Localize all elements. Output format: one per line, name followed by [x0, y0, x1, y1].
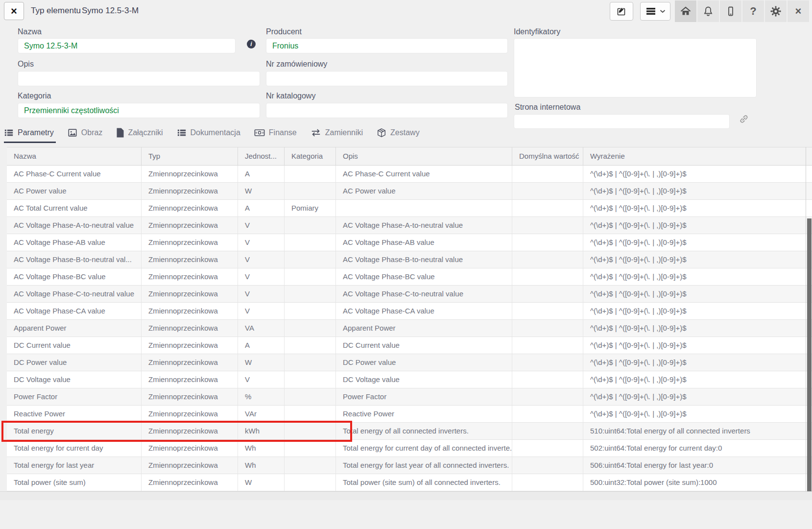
settings-button[interactable] [765, 0, 787, 22]
table-row[interactable]: Total power (site sum)Zmiennoprzecinkowa… [7, 474, 812, 491]
table-row-highlighted[interactable]: Total energyZmiennoprzecinkowakWhTotal e… [7, 423, 812, 440]
cell-default [512, 303, 583, 319]
list-icon [177, 128, 187, 138]
cell-type: Zmiennoprzecinkowa [142, 474, 238, 491]
tab-zamienniki[interactable]: Zamienniki [310, 123, 365, 143]
cell-desc: Reactive Power [336, 406, 512, 422]
table-row[interactable]: Power FactorZmiennoprzecinkowa%Power Fac… [7, 388, 812, 406]
cell-unit: kWh [238, 423, 285, 439]
identyfikatory-textarea[interactable] [514, 38, 757, 97]
cell-name: DC Voltage value [7, 371, 142, 388]
table-row[interactable]: AC Power valueZmiennoprzecinkowaWAC Powe… [7, 183, 812, 200]
cell-default [512, 200, 583, 216]
swap-icon [310, 128, 321, 137]
column-header-opis[interactable]: Opis [336, 147, 512, 165]
column-header-wyrazenie[interactable]: Wyrażenie [583, 147, 805, 165]
tab-zestawy[interactable]: Zestawy [377, 123, 422, 143]
cell-name: Reactive Power [7, 406, 142, 422]
cell-default [512, 337, 583, 354]
cell-expression: ^(\d+)$ | ^([0-9]+(\. | ,)[0-9]+)$ [583, 251, 805, 268]
tab-obraz[interactable]: Obraz [68, 123, 105, 143]
tab-finanse[interactable]: Finanse [254, 123, 299, 143]
cell-expression: ^(\d+)$ | ^([0-9]+(\. | ,)[0-9]+)$ [583, 200, 805, 216]
table-row[interactable]: AC Total Current valueZmiennoprzecinkowa… [7, 200, 812, 217]
question-icon: ? [750, 5, 756, 18]
cell-expression: ^(\d+)$ | ^([0-9]+(\. | ,)[0-9]+)$ [583, 406, 805, 422]
cell-category [285, 286, 336, 302]
table-row[interactable]: AC Voltage Phase-B-to-neutral val...Zmie… [7, 251, 812, 268]
table-row[interactable]: AC Voltage Phase-CA valueZmiennoprzecink… [7, 303, 812, 320]
table-row[interactable]: Apparent PowerZmiennoprzecinkowaVAAppare… [7, 320, 812, 337]
table-row[interactable]: DC Current valueZmiennoprzecinkowaADC Cu… [7, 337, 812, 354]
table-row[interactable]: Reactive PowerZmiennoprzecinkowaVArReact… [7, 406, 812, 423]
notifications-button[interactable] [697, 0, 719, 22]
cell-type: Zmiennoprzecinkowa [142, 217, 238, 234]
cell-category [285, 388, 336, 405]
nr-zamowieniowy-input[interactable] [266, 71, 508, 86]
cell-desc: DC Power value [336, 354, 512, 371]
edit-button[interactable] [610, 2, 633, 21]
tab-label: Parametry [18, 128, 54, 137]
field-label-nr-katalogowy: Nr katalogowy [266, 92, 315, 100]
mobile-button[interactable] [720, 0, 741, 22]
cell-desc: AC Voltage Phase-C-to-neutral value [336, 286, 512, 302]
cell-unit: V [238, 371, 285, 388]
column-header-domyslna[interactable]: Domyślna wartość [512, 147, 583, 165]
cell-unit: VAr [238, 406, 285, 422]
link-icon[interactable] [739, 114, 749, 124]
cell-expression: ^(\d+)$ | ^([0-9]+(\. | ,)[0-9]+)$ [583, 320, 805, 337]
table-row[interactable]: Total energy for current dayZmiennoprzec… [7, 440, 812, 457]
column-header-kategoria[interactable]: Kategoria [285, 147, 336, 165]
table-row[interactable]: AC Voltage Phase-A-to-neutral valueZmien… [7, 217, 812, 234]
close-window-button[interactable]: × [4, 2, 24, 20]
cell-name: AC Phase-C Current value [7, 166, 142, 182]
cell-desc: Total energy for current day of all conn… [336, 440, 512, 457]
column-header-typ[interactable]: Typ [142, 147, 238, 165]
table-row[interactable]: AC Voltage Phase-BC valueZmiennoprzecink… [7, 268, 812, 286]
cell-default [512, 320, 583, 337]
nazwa-input[interactable] [18, 38, 236, 53]
cell-category [285, 474, 336, 491]
menu-button[interactable] [640, 2, 670, 21]
gear-icon [770, 5, 782, 17]
column-header-nazwa[interactable]: Nazwa [7, 147, 142, 165]
table-row[interactable]: Total energy for last yearZmiennoprzecin… [7, 457, 812, 474]
cell-default [512, 268, 583, 285]
strona-internetowa-input[interactable] [514, 114, 730, 129]
cell-unit: V [238, 217, 285, 234]
tab-dokumentacja[interactable]: Dokumentacja [177, 123, 242, 143]
cell-unit: % [238, 388, 285, 405]
cell-default [512, 457, 583, 474]
opis-input[interactable] [18, 71, 260, 86]
cell-type: Zmiennoprzecinkowa [142, 354, 238, 371]
column-header-jednostka[interactable]: Jednost... [238, 147, 285, 165]
help-button[interactable]: ? [742, 0, 764, 22]
kategoria-input[interactable] [18, 103, 260, 118]
home-button[interactable] [675, 0, 696, 22]
cell-type: Zmiennoprzecinkowa [142, 457, 238, 474]
cell-type: Zmiennoprzecinkowa [142, 251, 238, 268]
cell-name: Total energy [7, 423, 142, 439]
producent-input[interactable] [266, 38, 508, 53]
cell-expression: 502:uint64:Total energy for current day:… [583, 440, 805, 457]
table-row[interactable]: DC Voltage valueZmiennoprzecinkowaVDC Vo… [7, 371, 812, 388]
cell-default [512, 440, 583, 457]
table-row[interactable]: AC Voltage Phase-AB valueZmiennoprzecink… [7, 234, 812, 251]
tab-parametry[interactable]: Parametry [4, 123, 56, 143]
cell-name: AC Total Current value [7, 200, 142, 216]
table-row[interactable]: DC Power valueZmiennoprzecinkowaWDC Powe… [7, 354, 812, 371]
info-icon[interactable]: i [247, 40, 256, 48]
cell-category [285, 371, 336, 388]
tab-załączniki[interactable]: Załączniki [116, 123, 165, 143]
vertical-scrollbar-thumb[interactable] [807, 218, 812, 491]
cell-default [512, 354, 583, 371]
cell-desc: AC Phase-C Current value [336, 166, 512, 182]
table-row[interactable]: AC Voltage Phase-C-to-neutral valueZmien… [7, 286, 812, 303]
cell-expression: ^(\d+)$ | ^([0-9]+(\. | ,)[0-9]+)$ [583, 217, 805, 234]
nr-katalogowy-input[interactable] [266, 103, 508, 118]
tab-bar: ParametryObrazZałącznikiDokumentacjaFina… [4, 123, 422, 143]
table-row[interactable]: AC Phase-C Current valueZmiennoprzecinko… [7, 166, 812, 183]
horizontal-scrollbar-track[interactable] [0, 491, 812, 500]
close-app-button[interactable]: × [788, 0, 809, 22]
cell-expression: 510:uint64:Total energy of all connected… [583, 423, 805, 439]
